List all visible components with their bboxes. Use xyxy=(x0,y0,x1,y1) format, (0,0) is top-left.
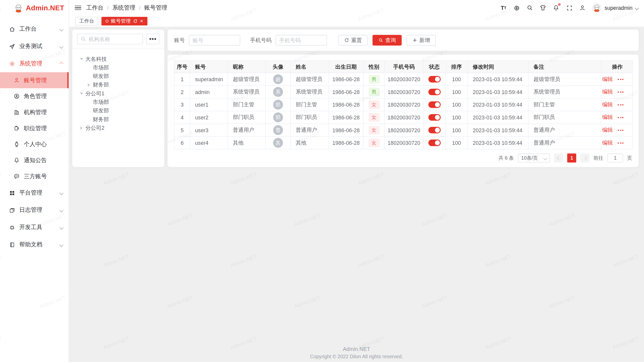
tree-more-button[interactable] xyxy=(146,34,159,44)
profile-icon[interactable] xyxy=(579,4,586,11)
cell-no: 6 xyxy=(174,137,190,149)
tree-node[interactable]: 市场部 xyxy=(77,98,159,106)
goto-page-input[interactable] xyxy=(608,154,623,163)
sidebar-item-workbench[interactable]: 工作台 xyxy=(0,21,69,38)
sidebar-item-account-management[interactable]: 账号管理 xyxy=(0,72,69,88)
status-toggle[interactable] xyxy=(428,140,440,146)
user-table-panel: 序号 账号 昵称 头像 姓名 出生日期 性别 手机号码 状态 排序 修改时间 备… xyxy=(168,55,639,167)
column-header: 账号 xyxy=(190,61,228,73)
more-actions-button[interactable] xyxy=(618,117,624,118)
sidebar-item-help-docs[interactable]: 帮助文档 xyxy=(0,236,69,253)
cell-name: 部门职员 xyxy=(291,111,329,124)
status-toggle[interactable] xyxy=(428,89,440,95)
breadcrumb-item[interactable]: 工作台 xyxy=(86,4,104,11)
phone-input[interactable] xyxy=(276,35,327,46)
tree-node[interactable]: 分公司1 xyxy=(77,89,159,98)
status-toggle[interactable] xyxy=(428,127,440,133)
tree-node[interactable]: 研发部 xyxy=(77,106,159,115)
more-actions-button[interactable] xyxy=(618,91,624,93)
table-row: 6 user4 其他 其 其他 1986-06-28 女 18020030720… xyxy=(174,137,633,149)
tab-workbench[interactable]: 工作台 xyxy=(75,17,98,25)
more-actions-button[interactable] xyxy=(618,142,624,144)
tree-node[interactable]: 财务部 xyxy=(77,115,159,123)
tree-node[interactable]: 大名科技 xyxy=(77,55,159,63)
cell-nickname: 普通用户 xyxy=(228,124,265,137)
search-icon xyxy=(80,36,86,42)
building-icon xyxy=(14,109,20,115)
chip-icon xyxy=(9,224,15,230)
language-icon[interactable]: ⊕ xyxy=(513,4,520,11)
prev-page-button[interactable] xyxy=(554,154,563,163)
pagination: 共 6 条 10条/页 1 前往 页 xyxy=(498,154,632,163)
cell-no: 3 xyxy=(174,98,190,111)
status-toggle[interactable] xyxy=(428,76,440,83)
table-row: 1 superadmin 超级管理员 超 超级管理员 1986-06-28 男 … xyxy=(174,73,633,86)
sidebar-item-platform-management[interactable]: 平台管理 xyxy=(0,184,69,202)
tree-node[interactable]: 市场部 xyxy=(77,63,159,72)
sidebar-item-org-management[interactable]: 机构管理 xyxy=(0,104,69,120)
edit-button[interactable]: 编辑 xyxy=(601,126,613,134)
more-actions-button[interactable] xyxy=(618,129,624,131)
sidebar-item-role-management[interactable]: 角色管理 xyxy=(0,88,69,104)
breadcrumb-item[interactable]: 系统管理 xyxy=(112,4,135,11)
user-menu[interactable]: superadmin xyxy=(592,3,638,13)
sex-tag: 男 xyxy=(369,75,379,83)
cell-mtime: 2023-01-03 10:59:44 xyxy=(468,124,529,137)
refresh-icon[interactable] xyxy=(133,19,138,23)
brand-title: Admin.NET xyxy=(26,4,64,12)
sidebar-item-profile-center[interactable]: 个人中心 xyxy=(0,136,69,152)
sidebar-item-dev-tools[interactable]: 开发工具 xyxy=(0,219,69,236)
status-toggle[interactable] xyxy=(428,102,440,108)
avatar: 部 xyxy=(273,100,283,110)
sidebar-item-notice[interactable]: 通知公告 xyxy=(0,152,69,168)
tree-node[interactable]: 财务部 xyxy=(77,80,159,89)
fullscreen-icon[interactable] xyxy=(566,4,573,11)
sidebar-item-log-management[interactable]: 日志管理 xyxy=(0,202,69,219)
cell-phone: 18020030720 xyxy=(385,85,423,98)
avatar: 普 xyxy=(273,125,283,135)
tree-node[interactable]: 研发部 xyxy=(77,72,159,80)
font-size-icon[interactable]: TT xyxy=(500,4,507,11)
edit-button[interactable]: 编辑 xyxy=(601,75,613,83)
active-dot-icon xyxy=(106,20,108,22)
role-icon xyxy=(14,93,20,99)
cell-nickname: 超级管理员 xyxy=(228,73,265,86)
main-content: 大名科技 市场部 研发部 财务部 分公司1 市场部 研发部 财务部 分公司2 账… xyxy=(69,27,644,362)
search-button[interactable]: 查询 xyxy=(373,35,402,46)
cell-avatar: 普 xyxy=(266,124,291,137)
add-button[interactable]: 新增 xyxy=(407,35,436,46)
tree-node[interactable]: 分公司2 xyxy=(77,123,159,132)
theme-icon[interactable] xyxy=(539,4,547,11)
cell-name: 普通用户 xyxy=(291,124,329,137)
goto-label: 前往 xyxy=(593,155,603,162)
status-toggle[interactable] xyxy=(428,114,440,121)
sidebar-item-position-management[interactable]: 职位管理 xyxy=(0,120,69,136)
sidebar-item-system-management[interactable]: 系统管理 xyxy=(0,55,69,72)
reset-button[interactable]: 重置 xyxy=(338,35,368,46)
position-icon xyxy=(14,125,20,131)
current-page[interactable]: 1 xyxy=(567,154,576,163)
page-unit-label: 页 xyxy=(627,155,632,162)
notification-badge xyxy=(558,3,561,6)
edit-button[interactable]: 编辑 xyxy=(601,114,613,121)
more-actions-button[interactable] xyxy=(618,79,624,80)
more-actions-button[interactable] xyxy=(618,104,624,105)
sidebar-item-thirdparty-account[interactable]: 三方账号 xyxy=(0,168,69,184)
org-search-input[interactable] xyxy=(77,34,143,44)
account-input[interactable] xyxy=(189,35,240,46)
edit-button[interactable]: 编辑 xyxy=(601,101,613,108)
chevron-left-icon xyxy=(556,156,560,160)
edit-button[interactable]: 编辑 xyxy=(601,139,613,146)
sidebar-item-business-test[interactable]: 业务测试 xyxy=(0,38,69,55)
search-icon[interactable] xyxy=(526,4,534,11)
chevron-down-icon xyxy=(59,44,63,48)
next-page-button[interactable] xyxy=(580,154,589,163)
cell-nickname: 部门主管 xyxy=(228,98,265,111)
edit-button[interactable]: 编辑 xyxy=(601,88,613,96)
avatar xyxy=(592,3,602,13)
notification-icon[interactable] xyxy=(552,4,560,11)
page-size-select[interactable]: 10条/页 xyxy=(518,154,550,163)
tab-account-management[interactable]: 账号管理 × xyxy=(101,17,147,25)
collapse-menu-icon[interactable] xyxy=(75,6,81,10)
close-icon[interactable]: × xyxy=(140,18,143,24)
